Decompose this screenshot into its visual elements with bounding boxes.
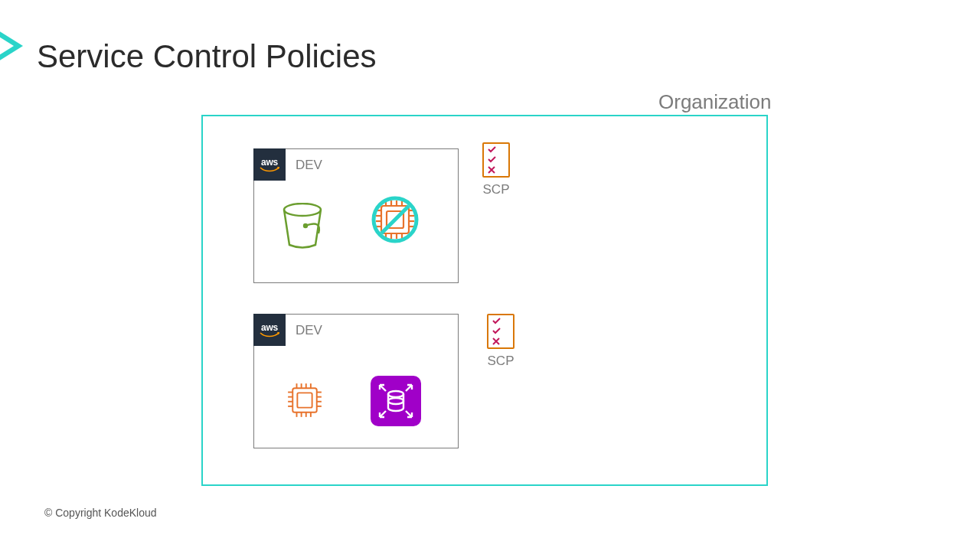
aws-logo-icon: aws xyxy=(253,148,286,181)
svg-line-21 xyxy=(381,206,409,233)
scp-label: SCP xyxy=(487,354,514,369)
scp-policy-icon xyxy=(487,314,514,349)
scp-label: SCP xyxy=(482,182,510,197)
svg-point-1 xyxy=(303,223,308,228)
s3-bucket-icon xyxy=(280,203,325,253)
scp-block-1: SCP xyxy=(482,142,510,197)
svg-rect-40 xyxy=(371,376,421,426)
ec2-chip-icon xyxy=(283,379,326,425)
aws-logo-icon: aws xyxy=(253,314,286,346)
scp-policy-icon xyxy=(482,142,510,178)
aws-smile-icon xyxy=(260,167,279,173)
copyright-text: © Copyright KodeKloud xyxy=(44,507,157,519)
ec2-chip-prohibited-icon xyxy=(371,195,420,247)
account-box-dev-1: aws DEV xyxy=(253,148,459,283)
account-label: DEV xyxy=(296,158,322,173)
account-label: DEV xyxy=(296,323,322,338)
aws-smile-icon xyxy=(260,332,279,338)
svg-rect-22 xyxy=(292,388,317,412)
organization-label: Organization xyxy=(658,90,771,114)
svg-point-0 xyxy=(284,204,321,216)
svg-rect-23 xyxy=(297,393,312,407)
rds-autoscale-icon xyxy=(371,376,421,429)
account-box-dev-2: aws DEV xyxy=(253,314,459,448)
scp-block-2: SCP xyxy=(487,314,514,369)
page-title: Service Control Policies xyxy=(37,38,377,75)
slide: Service Control Policies Organization aw… xyxy=(0,0,980,551)
